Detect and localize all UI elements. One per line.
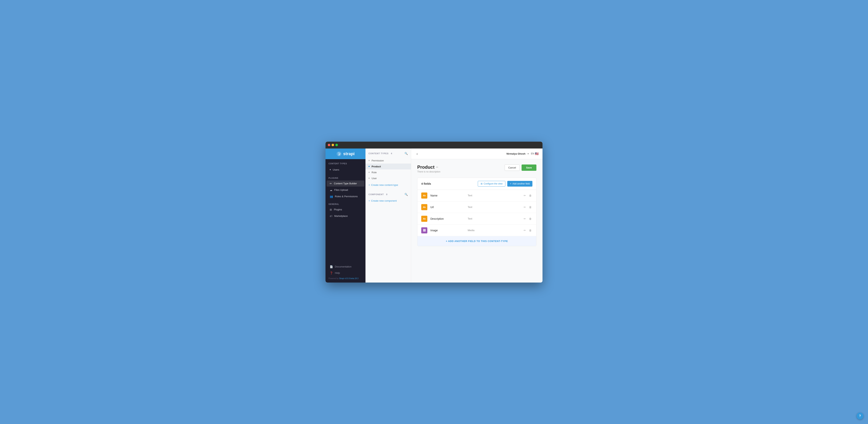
- strapi-logo-icon: [336, 151, 342, 156]
- sidebar-item-marketplace[interactable]: 🏷 Marketplace: [327, 213, 364, 219]
- configure-view-button[interactable]: ⊞ Configure the view: [478, 181, 505, 187]
- strapi-version-link[interactable]: Strapi v3.0.0-beta.18.3: [339, 277, 359, 279]
- content-type-user[interactable]: User: [366, 175, 411, 181]
- fields-count: 4 fields: [421, 182, 431, 185]
- content-type-permission[interactable]: Permission: [366, 158, 411, 163]
- help-icon: ❓: [330, 272, 333, 275]
- edit-field-button[interactable]: ✏: [523, 205, 527, 209]
- create-component-link[interactable]: + Create new component: [366, 198, 411, 204]
- fields-card: 4 fields ⊞ Configure the view + Add anot…: [417, 178, 536, 246]
- plus-icon: +: [369, 199, 370, 202]
- content-type-role[interactable]: Role: [366, 170, 411, 175]
- sidebar-item-label: Content Type Builder: [334, 182, 357, 185]
- field-row-description: Ab Description Text ✏ 🗑: [417, 213, 536, 225]
- sidebar-item-content-type-builder[interactable]: ✏ Content Type Builder: [327, 181, 364, 187]
- cancel-button[interactable]: Cancel: [505, 164, 520, 171]
- delete-field-button[interactable]: 🗑: [528, 193, 532, 198]
- content-types-list: Permission Product Role User: [366, 157, 411, 182]
- content-types-label: CONTENT TYPES 4: [369, 152, 392, 155]
- sidebar-item-plugins[interactable]: ⊞ Plugins: [327, 207, 364, 213]
- field-row-image: 🖼 Image Media ✏ 🗑: [417, 225, 536, 236]
- sidebar-item-users[interactable]: Users: [327, 167, 364, 173]
- field-actions: ✏ 🗑: [523, 217, 532, 221]
- field-name: Image: [430, 229, 465, 232]
- svg-point-1: [339, 154, 339, 155]
- sidebar: strapi CONTENT TYPES Users PLUGINS ✏ Con…: [326, 149, 366, 282]
- delete-field-button[interactable]: 🗑: [528, 229, 532, 232]
- sidebar-item-label: Roles & Permissions: [335, 195, 358, 198]
- logo-text: strapi: [343, 151, 354, 156]
- grid-icon: ⊞: [330, 208, 332, 211]
- configure-icon: ⊞: [480, 182, 483, 185]
- content-area: Product ✏ There is no description Cancel…: [411, 159, 542, 282]
- sidebar-item-label: Plugins: [334, 208, 342, 211]
- edit-field-button[interactable]: ✏: [523, 229, 527, 232]
- field-type: Text: [468, 194, 520, 197]
- delete-field-button[interactable]: 🗑: [528, 217, 532, 221]
- field-row-name: Ab Name Text ✏ 🗑: [417, 190, 536, 202]
- action-buttons: Cancel Save: [505, 164, 536, 171]
- edit-title-button[interactable]: ✏: [436, 165, 438, 169]
- delete-field-button[interactable]: 🗑: [528, 205, 532, 209]
- plus-icon: +: [369, 184, 370, 186]
- powered-by: Powered by Strapi v3.0.0-beta.18.3: [326, 276, 366, 281]
- component-search-icon[interactable]: 🔍: [404, 193, 408, 196]
- app-body: strapi CONTENT TYPES Users PLUGINS ✏ Con…: [326, 149, 542, 282]
- edit-field-button[interactable]: ✏: [523, 193, 527, 198]
- sidebar-item-label: Help: [335, 272, 340, 274]
- back-button[interactable]: ‹: [415, 151, 420, 157]
- field-name: Name: [430, 194, 465, 197]
- dot-icon: [369, 166, 370, 167]
- dot-icon: [369, 178, 370, 179]
- field-type: Text: [468, 217, 520, 220]
- edit-field-button[interactable]: ✏: [523, 217, 527, 221]
- field-type: Media: [468, 229, 520, 232]
- sidebar-item-documentation[interactable]: 📄 Documentation: [327, 264, 364, 270]
- sidebar-item-files-upload[interactable]: ☁ Files Upload: [327, 187, 364, 193]
- field-icon-text: Ab: [421, 192, 427, 199]
- field-type: Text: [468, 206, 520, 209]
- close-button[interactable]: [328, 144, 330, 146]
- search-icon[interactable]: 🔍: [404, 152, 408, 155]
- content-type-product[interactable]: Product: [366, 163, 411, 170]
- user-dropdown-caret[interactable]: ▾: [528, 153, 529, 155]
- dot-icon: [369, 172, 370, 173]
- field-name: Url: [430, 206, 465, 209]
- app-window: strapi CONTENT TYPES Users PLUGINS ✏ Con…: [326, 142, 542, 282]
- field-row-url: Ab Url Text ✏ 🗑: [417, 202, 536, 213]
- create-content-type-link[interactable]: + Create new content-type: [366, 182, 411, 188]
- users-icon: 👥: [330, 195, 333, 198]
- add-field-text: + ADD ANOTHER FIELD TO THIS CONTENT-TYPE: [446, 240, 508, 243]
- content-types-header: CONTENT TYPES 4 🔍: [366, 149, 411, 157]
- minimize-button[interactable]: [332, 144, 334, 146]
- sidebar-item-label: Documentation: [335, 265, 351, 268]
- middle-panel: CONTENT TYPES 4 🔍 Permission Product R: [366, 149, 411, 282]
- language-selector[interactable]: EN 🇺🇸: [531, 152, 539, 156]
- sidebar-content-types-list: Users: [326, 166, 366, 174]
- flag-icon: 🇺🇸: [535, 152, 539, 156]
- main-content: ‹ Nirmalya Ghosh ▾ EN 🇺🇸 Product: [411, 149, 542, 282]
- sidebar-section-plugins: PLUGINS: [326, 174, 366, 180]
- sidebar-bottom: 📄 Documentation ❓ Help Powered by Strapi…: [326, 264, 366, 282]
- add-field-to-content-type-row[interactable]: + ADD ANOTHER FIELD TO THIS CONTENT-TYPE: [417, 236, 536, 246]
- user-name: Nirmalya Ghosh: [506, 152, 526, 155]
- title-section: Product ✏ There is no description: [417, 164, 440, 173]
- help-fab-button[interactable]: ?: [857, 413, 863, 419]
- content-type-subtitle: There is no description: [417, 171, 440, 173]
- sidebar-item-roles-permissions[interactable]: 👥 Roles & Permissions: [327, 193, 364, 200]
- sidebar-item-help[interactable]: ❓ Help: [327, 270, 364, 276]
- save-button[interactable]: Save: [522, 164, 536, 171]
- field-icon-text: Ab: [421, 204, 427, 210]
- titlebar: [326, 142, 542, 149]
- field-icon-media: 🖼: [421, 227, 427, 234]
- field-icon-text: Ab: [421, 216, 427, 222]
- sidebar-item-label: Files Upload: [334, 188, 348, 191]
- field-name: Description: [430, 217, 465, 220]
- tag-icon: 🏷: [330, 215, 332, 218]
- dot-icon: [369, 160, 370, 161]
- topbar-right: Nirmalya Ghosh ▾ EN 🇺🇸: [506, 152, 539, 156]
- sidebar-item-label: Users: [333, 168, 339, 171]
- content-title-row: Product ✏ There is no description Cancel…: [417, 164, 536, 173]
- maximize-button[interactable]: [335, 144, 338, 146]
- add-another-field-button[interactable]: + Add another field: [507, 181, 532, 187]
